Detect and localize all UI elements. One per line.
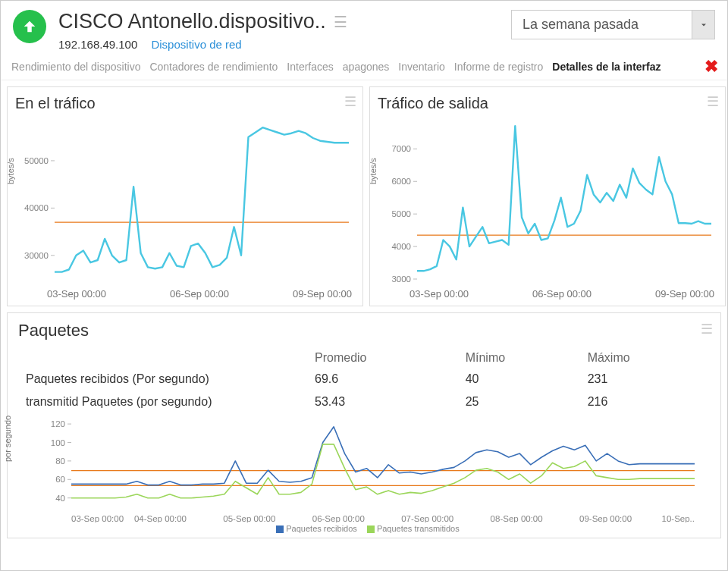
close-icon[interactable]: ✖ [698, 55, 721, 80]
out-traffic-chart: 70006000500040003000 [378, 115, 717, 284]
table-header-row: Promedio Mínimo Máximo [18, 348, 710, 368]
svg-text:100: 100 [51, 438, 65, 447]
svg-text:5000: 5000 [391, 209, 411, 218]
panel-title: Paquetes [18, 321, 710, 340]
tab-outages[interactable]: apagones [338, 56, 394, 79]
panel-menu-icon[interactable]: ☰ [344, 93, 355, 110]
tab-interfaces[interactable]: Interfaces [282, 56, 337, 79]
svg-text:06-Sep 00:00: 06-Sep 00:00 [312, 514, 365, 522]
svg-text:6000: 6000 [391, 177, 411, 186]
tab-device-performance[interactable]: Rendimiento del dispositivo [7, 56, 145, 79]
svg-text:120: 120 [51, 419, 65, 428]
page-header: CISCO Antonello.dispositivo.. ☰ 192.168.… [1, 1, 727, 55]
in-traffic-chart: 500004000030000 [15, 115, 355, 284]
tab-performance-counters[interactable]: Contadores de rendimiento [145, 56, 282, 79]
table-row: Paquetes recibidos (Por segundo) 69.6 40… [18, 368, 710, 391]
svg-text:10-Sep..: 10-Sep.. [662, 514, 695, 522]
svg-text:08-Sep 00:00: 08-Sep 00:00 [491, 514, 543, 522]
tab-log-report[interactable]: Informe de registro [450, 56, 548, 79]
svg-text:04-Sep 00:00: 04-Sep 00:00 [134, 514, 187, 522]
svg-text:30000: 30000 [24, 251, 49, 260]
svg-text:50000: 50000 [24, 156, 49, 165]
title-menu-icon[interactable]: ☰ [334, 13, 346, 31]
svg-text:7000: 7000 [391, 144, 411, 153]
y-axis-label: por segundo [3, 416, 12, 462]
panel-in-traffic: En el tráfico ☰ bytes/s 500004000030000 … [7, 86, 363, 306]
panel-title: En el tráfico [15, 95, 355, 112]
table-row: transmitid Paquetes (por segundo) 53.43 … [18, 391, 710, 413]
chart-legend: Paquetes recibidos Paquetes transmitidos [18, 522, 710, 533]
status-up-icon [13, 10, 46, 43]
tab-bar: Rendimiento del dispositivo Contadores d… [1, 55, 727, 80]
svg-text:3000: 3000 [391, 275, 411, 284]
y-axis-label: bytes/s [6, 158, 15, 184]
svg-text:4000: 4000 [391, 242, 411, 251]
time-range-select[interactable]: La semana pasada [511, 10, 715, 39]
tab-interface-details[interactable]: Detalles de la interfaz [548, 56, 665, 79]
panel-title: Tráfico de salida [378, 95, 717, 112]
svg-text:80: 80 [55, 456, 65, 466]
svg-text:60: 60 [55, 475, 65, 484]
tab-inventory[interactable]: Inventario [394, 56, 449, 79]
chevron-down-icon [692, 11, 714, 39]
panel-out-traffic: Tráfico de salida ☰ bytes/s 700060005000… [369, 86, 726, 306]
svg-text:07-Sep 00:00: 07-Sep 00:00 [401, 514, 453, 522]
svg-text:40: 40 [55, 494, 65, 503]
page-title: CISCO Antonello.dispositivo.. [58, 10, 326, 33]
time-range-label: La semana pasada [512, 11, 692, 39]
x-axis-labels: 03-Sep 00:00 06-Sep 00:00 09-Sep 00:00 [378, 284, 717, 301]
panel-packets: Paquetes ☰ Promedio Mínimo Máximo Paquet… [7, 312, 721, 538]
svg-text:09-Sep 00:00: 09-Sep 00:00 [579, 514, 632, 522]
svg-text:40000: 40000 [24, 203, 49, 212]
legend-swatch [367, 526, 375, 533]
device-ip: 192.168.49.100 [58, 38, 137, 51]
legend-swatch [276, 526, 284, 533]
x-axis-labels: 03-Sep 00:00 06-Sep 00:00 09-Sep 00:00 [15, 284, 355, 301]
panel-menu-icon[interactable]: ☰ [701, 321, 711, 337]
y-axis-label: bytes/s [369, 158, 378, 184]
svg-text:03-Sep 00:00: 03-Sep 00:00 [71, 514, 124, 522]
device-type-link[interactable]: Dispositivo de red [151, 38, 241, 51]
packets-table: Promedio Mínimo Máximo Paquetes recibido… [18, 348, 710, 413]
panel-menu-icon[interactable]: ☰ [707, 93, 717, 110]
svg-text:05-Sep 00:00: 05-Sep 00:00 [223, 514, 275, 522]
packets-chart: 12010080604003-Sep 00:0004-Sep 00:0005-S… [18, 416, 701, 522]
